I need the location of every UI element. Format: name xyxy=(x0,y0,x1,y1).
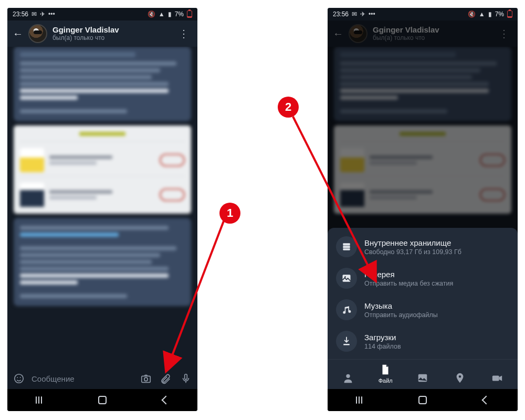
phone-screenshot-right: 23:56 ✉ ✈ ••• 🔇 ▲ ▮ 7% ← Gginger Vladisl… xyxy=(328,8,518,411)
svg-rect-7 xyxy=(343,246,350,248)
sheet-item-subtitle: Отправить аудиофайлы xyxy=(364,311,438,319)
sheet-item-title: Музыка xyxy=(364,301,438,310)
mute-icon: 🔇 xyxy=(148,10,155,18)
android-nav-bar xyxy=(328,389,518,411)
gallery-icon xyxy=(336,268,357,289)
sheet-item-title: Галерея xyxy=(364,270,453,279)
status-bar: 23:56 ✉ ✈ ••• 🔇 ▲ ▮ 7% xyxy=(7,8,197,20)
svg-rect-5 xyxy=(185,374,187,380)
svg-point-0 xyxy=(15,374,24,383)
status-time: 23:56 xyxy=(333,10,349,18)
message-input[interactable]: Сообщение xyxy=(32,374,133,383)
chat-name: Gginger Vladislav xyxy=(373,26,490,35)
tab-gallery[interactable] xyxy=(409,372,436,384)
tab-file[interactable]: Файл xyxy=(372,364,399,384)
download-icon xyxy=(336,331,357,352)
chat-name: Gginger Vladislav xyxy=(52,26,170,35)
nav-back-icon[interactable] xyxy=(160,394,172,406)
mail-icon: ✉ xyxy=(32,10,37,18)
back-icon[interactable]: ← xyxy=(13,28,23,40)
more-menu-icon[interactable]: ⋮ xyxy=(496,27,512,40)
signal-icon: ▮ xyxy=(168,10,172,18)
phone-screenshot-left: 23:56 ✉ ✈ ••• 🔇 ▲ ▮ 7% ← Gginger Vladisl… xyxy=(7,8,197,411)
message-bubble xyxy=(14,47,191,121)
sheet-item-subtitle: Свободно 93,17 Гб из 109,93 Гб xyxy=(364,248,461,256)
camera-icon[interactable] xyxy=(139,371,153,386)
status-time: 23:56 xyxy=(13,10,28,18)
attach-icon[interactable] xyxy=(159,371,173,386)
storage-icon xyxy=(336,236,357,257)
avatar[interactable] xyxy=(349,24,368,43)
nav-home-icon[interactable] xyxy=(97,394,108,406)
message-input-bar: Сообщение xyxy=(7,368,197,389)
signal-icon: ▮ xyxy=(488,10,492,18)
telegram-icon: ✈ xyxy=(40,10,45,18)
nav-recents-icon[interactable] xyxy=(33,394,45,406)
emoji-icon[interactable] xyxy=(12,371,26,386)
annotation-badge-1: 1 xyxy=(219,203,240,224)
svg-rect-3 xyxy=(142,376,151,382)
android-nav-bar xyxy=(7,389,197,411)
nav-back-icon[interactable] xyxy=(480,394,492,406)
mute-icon: 🔇 xyxy=(468,10,476,18)
tab-location[interactable] xyxy=(446,372,474,384)
music-icon xyxy=(336,299,357,320)
sheet-item-title: Внутреннее хранилище xyxy=(364,238,461,247)
tab-file-label: Файл xyxy=(379,377,393,384)
wifi-icon: ▲ xyxy=(159,10,165,18)
tab-camera[interactable] xyxy=(484,372,511,384)
svg-point-10 xyxy=(344,276,346,278)
attachment-tabs: Файл xyxy=(328,359,518,389)
svg-rect-11 xyxy=(343,344,350,345)
chat-title-block[interactable]: Gginger Vladislav был(а) только что xyxy=(373,26,490,41)
battery-percent: 7% xyxy=(495,10,504,18)
avatar[interactable] xyxy=(28,24,47,43)
message-link-card xyxy=(14,125,191,214)
sheet-item-downloads[interactable]: Загрузки 114 файлов xyxy=(328,326,518,357)
nav-recents-icon[interactable] xyxy=(353,394,365,406)
annotation-badge-2: 2 xyxy=(278,97,299,118)
chat-title-block[interactable]: Gginger Vladislav был(а) только что xyxy=(52,26,170,41)
chat-status: был(а) только что xyxy=(52,35,170,41)
message-link-card xyxy=(334,125,511,214)
chat-messages[interactable] xyxy=(7,47,197,369)
svg-rect-6 xyxy=(343,243,350,245)
mic-icon[interactable] xyxy=(178,371,193,386)
svg-rect-14 xyxy=(492,375,499,381)
more-notifications-icon: ••• xyxy=(48,10,55,18)
more-menu-icon[interactable]: ⋮ xyxy=(175,27,192,40)
status-bar: 23:56 ✉ ✈ ••• 🔇 ▲ ▮ 7% xyxy=(328,8,518,20)
wifi-icon: ▲ xyxy=(479,10,485,18)
sheet-item-music[interactable]: Музыка Отправить аудиофайлы xyxy=(328,294,518,326)
battery-icon xyxy=(507,10,512,18)
chat-header[interactable]: ← Gginger Vladislav был(а) только что ⋮ xyxy=(7,20,197,47)
sheet-item-gallery[interactable]: Галерея Отправить медиа без сжатия xyxy=(328,262,518,294)
back-icon[interactable]: ← xyxy=(333,28,343,40)
telegram-icon: ✈ xyxy=(360,10,365,18)
attachment-sheet: Внутреннее хранилище Свободно 93,17 Гб и… xyxy=(328,228,518,389)
chat-status: был(а) только что xyxy=(373,35,490,41)
nav-home-icon[interactable] xyxy=(417,394,428,406)
message-bubble xyxy=(334,47,511,121)
sheet-item-title: Загрузки xyxy=(364,333,401,342)
sheet-item-storage[interactable]: Внутреннее хранилище Свободно 93,17 Гб и… xyxy=(328,231,518,262)
more-notifications-icon: ••• xyxy=(369,10,375,18)
svg-rect-8 xyxy=(343,248,350,250)
sheet-item-subtitle: Отправить медиа без сжатия xyxy=(364,280,453,287)
battery-icon xyxy=(187,10,192,18)
mail-icon: ✉ xyxy=(352,10,357,18)
chat-header[interactable]: ← Gginger Vladislav был(а) только что ⋮ xyxy=(328,20,518,47)
svg-point-1 xyxy=(17,377,18,378)
svg-point-12 xyxy=(346,374,350,378)
svg-point-2 xyxy=(20,377,21,378)
sheet-item-subtitle: 114 файлов xyxy=(364,343,401,350)
tab-contact[interactable] xyxy=(334,372,362,384)
message-bubble xyxy=(14,218,191,306)
svg-point-4 xyxy=(144,377,148,381)
battery-percent: 7% xyxy=(175,10,184,18)
